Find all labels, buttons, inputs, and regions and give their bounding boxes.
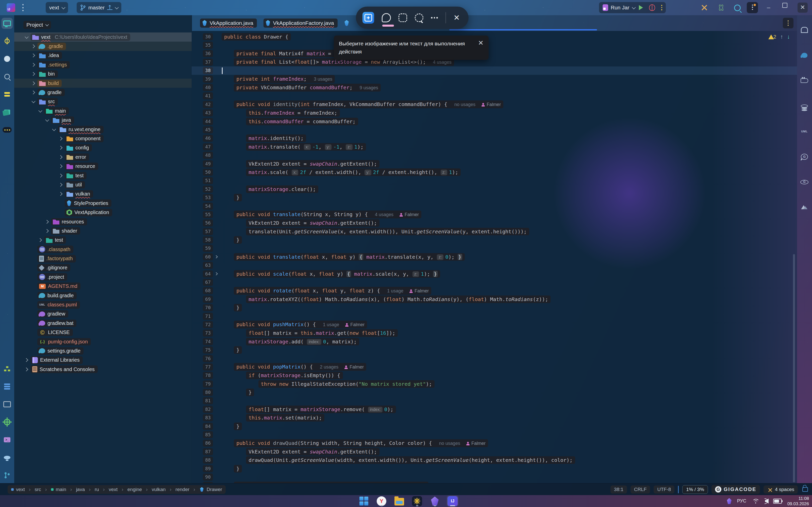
tree-item-.idea[interactable]: .idea [14,51,192,60]
tree-chevron-icon[interactable] [29,63,37,66]
tree-item-component[interactable]: component [14,134,192,143]
code-line-78[interactable]: 78 if (matrixStorage.isEmpty()) { [192,371,797,380]
tree-item-vulkan[interactable]: vulkan [14,189,192,199]
code-line-44[interactable]: 44 this.commandBuffer = commandBuffer; [192,117,797,125]
tool-window-button-services[interactable] [2,381,13,392]
code-line-80[interactable]: 80 } [192,388,797,396]
tree-item-java[interactable]: java [14,116,192,125]
tree-chevron-icon[interactable] [56,183,65,186]
code-line-30[interactable]: 30public class Drawer { [192,33,797,41]
code-line-39[interactable]: 39 private int frameIndex;3 usages [192,75,797,83]
breadcrumb-vext[interactable]: vext [109,487,118,492]
tree-item-classes.puml[interactable]: classes.puml [14,300,192,309]
code-line-47[interactable]: 47 matrix.translate( x:-1, y:-1, z:1); [192,143,797,151]
push-icon[interactable]: ↑ [107,5,112,10]
tree-item-Scratches and Consoles[interactable]: Scratches and Consoles [14,365,192,374]
code-line-84[interactable]: 84 } [192,422,797,431]
code-line-73[interactable]: 73 float[] matrix = this.matrix.get(new … [192,329,797,337]
battery-icon[interactable] [773,499,782,504]
plugins-atom-icon[interactable] [717,4,725,11]
tool-window-button-gigacode[interactable]: G [799,176,810,188]
close-button[interactable]: ✕ [798,3,808,13]
chevron-down-icon[interactable] [632,5,636,9]
breadcrumbs[interactable]: vext›src›main›java›ru›vext›engine›vulkan… [8,485,226,494]
code-line-57[interactable]: 57 translate(Unit.getScreenValue(x, exte… [192,227,797,236]
code-line-79[interactable]: 79 throw new IllegalStateException("No m… [192,380,797,388]
minimize-button[interactable]: – [764,4,774,12]
tool-window-button-problems[interactable] [2,399,13,410]
tree-chevron-icon[interactable] [29,100,37,103]
code-line-85[interactable]: 85 [192,431,797,439]
tree-item-gradle[interactable]: gradle [14,88,192,97]
tool-window-button-docker[interactable] [799,75,810,86]
search-everywhere-icon[interactable] [734,5,741,11]
tray-crystal-app-icon[interactable] [727,498,731,504]
tree-item-VextApplication[interactable]: VextApplication [14,208,192,217]
code-line-74[interactable]: 74 matrixStorage.add( index:0, matrix); [192,337,797,346]
editor-scrollbar[interactable] [793,254,795,483]
intellij-logo-icon[interactable] [7,3,15,12]
tree-item-util[interactable]: util [14,180,192,189]
code-line-64[interactable]: 64 public void scale(float x, float y) {… [192,270,797,278]
taskbar-app-star-app[interactable] [411,496,423,506]
tree-chevron-icon[interactable] [22,359,31,361]
close-toolbar-icon[interactable]: ✕ [454,14,460,21]
ai-select-tool-icon[interactable] [362,12,374,23]
tree-item-bin[interactable]: bin [14,69,192,78]
breadcrumb-src[interactable]: src [35,487,41,492]
tool-window-button-github[interactable] [2,53,13,64]
tree-chevron-icon[interactable] [56,156,65,159]
tool-window-button-libraries[interactable] [2,107,13,118]
taskbar-app-yandex-browser[interactable] [376,496,387,506]
tree-item-src[interactable]: src [14,97,192,106]
settings-menu-button[interactable] [747,2,758,13]
tree-item-test[interactable]: test [14,171,192,180]
code-line-69[interactable]: 69 matrix.rotateXYZ((float) Math.toRadia… [192,295,797,303]
tree-item-.classpath[interactable]: .classpath [14,245,192,254]
tree-item-ru.vext.engine[interactable]: ru.vext.engine [14,125,192,134]
tool-window-button-notifications[interactable] [799,24,810,36]
tree-item-AGENTS.md[interactable]: AGENTS.md [14,282,192,291]
code-line-91[interactable]: 91 public void drawQuad(float width, flo… [192,482,797,483]
caret-position-widget[interactable]: 38:1 [610,486,627,494]
code-line-49[interactable]: 49 VkExtent2D extent = swapChain.getExte… [192,160,797,168]
run-config-label[interactable]: Run Jar [611,5,629,11]
tree-item-vext[interactable]: vextC:\Users\foulo\IdeaProjects\vext [14,33,192,42]
tree-item-.gitignore[interactable]: .gitignore [14,263,192,272]
code-line-50[interactable]: 50 matrix.scale( x:2f / extent.width(), … [192,168,797,176]
breadcrumb-main[interactable]: main [56,487,66,492]
code-line-63[interactable]: 63 [192,261,797,270]
code-line-86[interactable]: 86 public void drawQuad(String width, St… [192,439,797,447]
tree-chevron-icon[interactable] [42,220,51,223]
tree-chevron-icon[interactable] [29,72,37,75]
tree-chevron-icon[interactable] [22,36,31,39]
fold-marker-icon[interactable] [213,256,219,258]
code-line-35[interactable]: 35 [192,41,797,49]
tree-chevron-icon[interactable] [56,165,65,168]
tool-window-button-git[interactable] [2,470,13,481]
tree-item-config[interactable]: config [14,143,192,153]
tree-item-pumlg-config.json[interactable]: pumlg-config.json [14,337,192,346]
tool-window-button-search[interactable] [2,71,13,82]
tree-item-settings.gradle[interactable]: settings.gradle [14,346,192,355]
main-menu-icon[interactable] [22,4,24,11]
project-panel-header[interactable]: Project [14,15,192,33]
tree-item-.settings[interactable]: .settings [14,60,192,69]
tree-chevron-icon[interactable] [56,192,65,195]
tree-item-resources[interactable]: resources [14,217,192,226]
code-line-40[interactable]: 40 private VkCommandBuffer commandBuffer… [192,83,797,92]
encoding-widget[interactable]: UTF-8 [654,486,674,494]
code-line-67[interactable]: 67 [192,278,797,286]
tree-item-error[interactable]: error [14,153,192,162]
breadcrumb-vext[interactable]: vext [16,487,25,492]
tab-VkApplicationFactory.java[interactable]: VkApplicationFactory.java [263,18,338,27]
tree-item-gradlew[interactable]: gradlew [14,309,192,319]
tool-window-button-gigachat[interactable]: G [799,151,810,162]
breadcrumb-Drawer[interactable]: Drawer [207,487,222,492]
debug-button[interactable] [649,4,655,11]
language-indicator[interactable]: РУС [737,498,746,504]
code-line-54[interactable]: 54 [192,202,797,210]
tree-item-shader[interactable]: shader [14,226,192,235]
breadcrumb-engine[interactable]: engine [128,487,142,492]
tree-item-.project[interactable]: .project [14,272,192,282]
